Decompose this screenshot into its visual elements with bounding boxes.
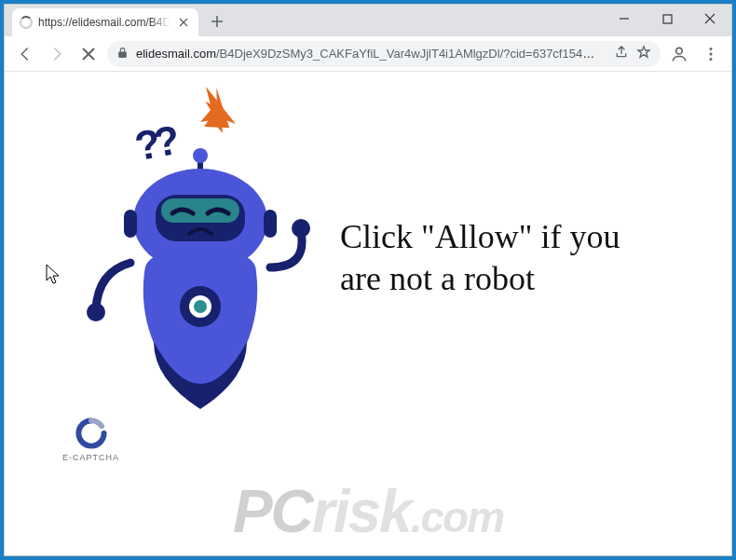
maximize-icon xyxy=(662,14,673,24)
svg-point-1 xyxy=(676,48,683,54)
new-tab-button[interactable] xyxy=(204,8,230,34)
menu-button[interactable] xyxy=(698,41,724,67)
svg-point-7 xyxy=(292,219,310,238)
toolbar: elidesmail.com/B4DjeX9DzSMy3_CAKFaYfiL_V… xyxy=(5,36,731,72)
kebab-icon xyxy=(703,47,718,61)
close-icon xyxy=(179,18,188,27)
bookmark-button[interactable] xyxy=(636,45,651,62)
svg-point-2 xyxy=(710,48,713,50)
svg-point-9 xyxy=(193,148,208,163)
tab-title: https://elidesmail.com/B4DjeX9D xyxy=(38,16,170,29)
omnibox-actions xyxy=(614,45,651,62)
svg-rect-12 xyxy=(124,210,137,238)
captcha-icon xyxy=(75,417,107,449)
svg-point-3 xyxy=(710,52,713,55)
lock-icon xyxy=(116,47,129,61)
person-icon xyxy=(670,45,688,63)
question-marks: ?? xyxy=(131,117,178,170)
url-text: elidesmail.com/B4DjeX9DzSMy3_CAKFaYfiL_V… xyxy=(136,47,601,61)
close-window-button[interactable] xyxy=(688,5,731,33)
svg-rect-13 xyxy=(264,210,277,238)
watermark-pc: PC xyxy=(233,478,312,545)
plus-icon xyxy=(211,15,224,28)
stop-reload-button[interactable] xyxy=(75,41,102,67)
minimize-icon xyxy=(619,13,630,24)
captcha-logo: E-CAPTCHA xyxy=(62,417,119,462)
browser-tab[interactable]: https://elidesmail.com/B4DjeX9D xyxy=(12,8,198,36)
svg-point-6 xyxy=(87,303,105,321)
url-host: elidesmail.com xyxy=(136,47,216,61)
browser-window: https://elidesmail.com/B4DjeX9D xyxy=(4,4,732,556)
profile-button[interactable] xyxy=(666,41,692,67)
watermark-tld: .com xyxy=(411,493,503,541)
star-icon xyxy=(636,45,651,60)
arrow-right-icon xyxy=(48,46,65,62)
forward-button[interactable] xyxy=(44,41,70,67)
tab-close-button[interactable] xyxy=(176,15,191,30)
close-icon xyxy=(81,47,96,61)
svg-point-4 xyxy=(710,58,713,61)
captcha-label: E-CAPTCHA xyxy=(62,453,119,462)
loading-spinner-icon xyxy=(20,16,33,29)
minimize-button[interactable] xyxy=(603,5,646,33)
headline-text: Click "Allow" if you are not a robot xyxy=(340,216,647,300)
watermark-risk: risk xyxy=(312,478,411,545)
robot-illustration: ?? xyxy=(79,128,321,430)
arrow-left-icon xyxy=(17,46,34,62)
share-icon xyxy=(614,45,629,60)
maximize-button[interactable] xyxy=(646,5,688,33)
url-path: /B4DjeX9DzSMy3_CAKFaYfiL_Var4wJjlT4i1AMl… xyxy=(216,47,601,61)
back-button[interactable] xyxy=(12,41,38,67)
address-bar[interactable]: elidesmail.com/B4DjeX9DzSMy3_CAKFaYfiL_V… xyxy=(107,41,661,67)
cursor-icon xyxy=(46,264,62,290)
page-content: ?? xyxy=(5,72,731,555)
window-controls xyxy=(603,5,731,33)
watermark: PCrisk.com xyxy=(233,477,503,546)
close-icon xyxy=(704,13,716,24)
svg-rect-0 xyxy=(663,15,672,23)
svg-point-18 xyxy=(194,300,207,313)
robot-icon xyxy=(79,128,321,426)
share-button[interactable] xyxy=(614,45,629,62)
titlebar: https://elidesmail.com/B4DjeX9D xyxy=(5,5,731,36)
